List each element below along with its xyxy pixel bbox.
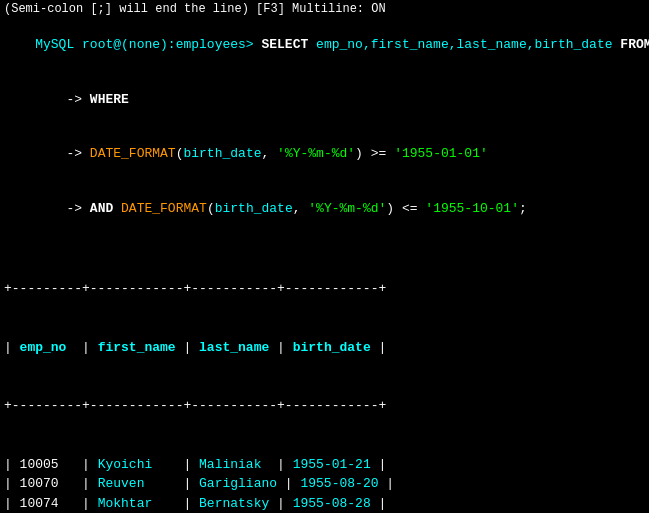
fn-dateformat1: DATE_FORMAT [90, 146, 176, 161]
status-bar: (Semi-colon [;] will end the line) [F3] … [4, 2, 645, 16]
header-birthdate: birth_date [293, 340, 371, 355]
table-row: | 10005 | Kyoichi | Maliniak | 1955-01-2… [4, 455, 645, 475]
fmt-str1: '%Y-%m-%d' [277, 146, 355, 161]
query-line-cond1: -> DATE_FORMAT(birth_date, '%Y-%m-%d') >… [4, 127, 645, 182]
date-val1: '1955-01-01' [394, 146, 488, 161]
results-table: +---------+------------+-----------+----… [4, 240, 645, 513]
table-row: | 10074 | Mokhtar | Bernatsky | 1955-08-… [4, 494, 645, 513]
arrow1: -> [35, 92, 90, 107]
fmt-str2: '%Y-%m-%d' [308, 201, 386, 216]
col-birthdate1: birth_date [183, 146, 261, 161]
header-firstname: first_name [98, 340, 176, 355]
query-line-cond2: -> AND DATE_FORMAT(birth_date, '%Y-%m-%d… [4, 182, 645, 237]
table-header-row: | emp_no | first_name | last_name | birt… [4, 338, 645, 358]
col-birthdate2: birth_date [215, 201, 293, 216]
query-block: MySQL root@(none):employees> SELECT emp_… [4, 18, 645, 73]
terminal-window: (Semi-colon [;] will end the line) [F3] … [0, 0, 649, 513]
arrow2: -> [35, 146, 90, 161]
border-top: +---------+------------+-----------+----… [4, 279, 645, 299]
date-val2: '1955-10-01' [425, 201, 519, 216]
kw-where: WHERE [90, 92, 129, 107]
kw-and: AND [90, 201, 121, 216]
kw-select: SELECT [254, 37, 316, 52]
status-text: (Semi-colon [;] will end the line) [F3] … [4, 2, 386, 16]
query-line-where: -> WHERE [4, 73, 645, 128]
table-row: | 10070 | Reuven | Garigliano | 1955-08-… [4, 474, 645, 494]
mysql-prompt: MySQL root@(none):employees> [35, 37, 253, 52]
arrow3: -> [35, 201, 90, 216]
border-header: +---------+------------+-----------+----… [4, 396, 645, 416]
header-lastname: last_name [199, 340, 269, 355]
kw-from: FROM [613, 37, 649, 52]
header-empno: emp_no [20, 340, 75, 355]
table-body: | 10005 | Kyoichi | Maliniak | 1955-01-2… [4, 455, 645, 513]
fn-dateformat2: DATE_FORMAT [121, 201, 207, 216]
col-list: emp_no,first_name,last_name,birth_date [316, 37, 612, 52]
